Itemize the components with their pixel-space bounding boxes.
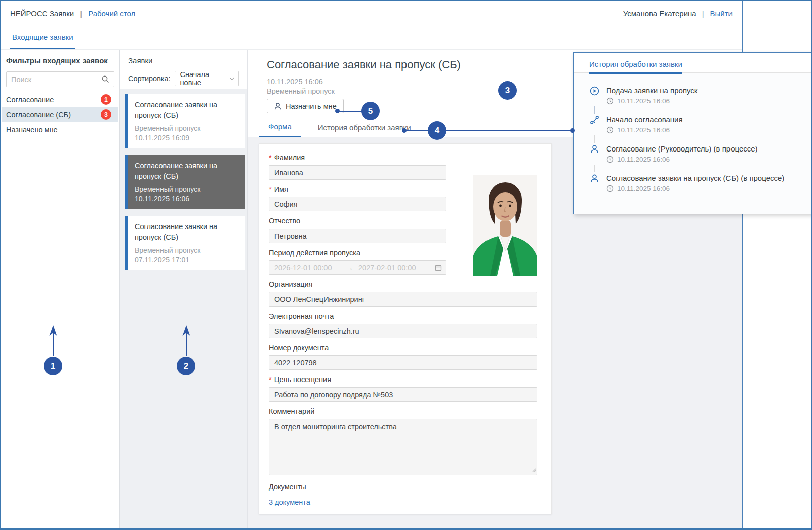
history-event: Подача заявки на пропуск 10.11.2025 16:0… [590,86,797,105]
email-field[interactable] [269,324,537,338]
request-card-date: 10.11.2025 16:09 [135,134,238,142]
search-input[interactable] [7,75,97,84]
person-icon [590,144,600,163]
tab-form[interactable]: Форма [259,117,301,137]
tab-incoming-requests[interactable]: Входящие заявки [10,26,75,49]
detail-tabs: Форма История обработки заявки [259,117,421,137]
callout-1: 1 [44,357,62,375]
request-card-title: Согласование заявки на пропуск (СБ) [135,161,238,182]
play-circle-icon [590,86,600,105]
comment-textarea[interactable]: В отдел мониторинга строительства [269,419,537,475]
pass-period-field[interactable]: 2026-12-01 00:00 → 2027-02-01 00:00 [269,260,446,275]
filters-sidebar: Фильтры входящих заявок Согласование 1 С… [1,50,120,528]
sort-select[interactable]: Сначала новые [175,71,239,86]
request-card-date: 10.11.2025 16:06 [135,195,238,203]
applicant-photo [473,175,537,276]
field-label-docnumber: Номер документа [269,343,542,353]
period-end: 2027-02-01 00:00 [358,264,416,272]
firstname-field[interactable] [269,197,446,211]
history-event-date: 10.11.2025 16:06 [617,97,670,105]
request-card[interactable]: Согласование заявки на пропуск (СБ) Врем… [125,94,245,148]
requests-column-header: Заявки Сортировка: Сначала новые [120,50,247,89]
lastname-field[interactable] [269,165,446,180]
history-panel-title: История обработки заявки [589,60,682,74]
filter-item-approval[interactable]: Согласование 1 [2,92,118,107]
request-card-type: Временный пропуск [135,124,238,132]
filter-label: Назначено мне [6,126,58,134]
callout-5-dot [335,109,340,113]
documents-link[interactable]: 3 документа [269,498,310,506]
request-card[interactable]: Согласование заявки на пропуск (СБ) Врем… [125,216,245,270]
clock-icon [606,126,614,134]
filters-title: Фильтры входящих заявок [1,56,119,65]
request-card-type: Временный пропуск [135,185,238,193]
field-label-comment: Комментарий [269,406,542,416]
requests-title: Заявки [128,56,239,65]
screenshot-frame: НЕЙРОСС Заявки | Рабочий стол Усманова Е… [0,0,812,530]
clock-icon [606,97,614,105]
history-panel: История обработки заявки Подача заявки н… [573,52,812,214]
filter-item-assigned-to-me[interactable]: Назначено мне [2,122,118,137]
tab-history[interactable]: История обработки заявки [308,117,421,137]
request-card-title: Согласование заявки на пропуск (СБ) [135,100,238,121]
header-separator-2: | [702,9,704,18]
sort-label: Сортировка: [128,74,171,83]
chevron-down-icon [229,77,234,81]
field-label-purpose: *Цель посещения [269,374,542,385]
assign-button-label: Назначить мне [286,102,337,110]
period-arrow: → [346,264,354,272]
visit-purpose-field[interactable] [269,387,537,402]
clock-icon [606,185,614,192]
timeline-connector [594,135,595,143]
history-event-date: 10.11.2025 16:06 [617,156,670,163]
history-event-date: 10.11.2025 16:06 [617,126,670,134]
user-name: Усманова Екатерина [623,9,696,18]
filter-item-approval-sb[interactable]: Согласование (СБ) 3 [2,107,118,122]
history-event: Согласование заявки на пропуск (СБ) (в п… [590,174,797,192]
request-card-date: 07.11.2025 17:01 [135,256,238,264]
middlename-field[interactable] [269,229,446,243]
history-timeline: Подача заявки на пропуск 10.11.2025 16:0… [574,73,812,192]
top-header-bar: НЕЙРОСС Заявки | Рабочий стол Усманова Е… [1,1,742,26]
count-badge: 3 [101,109,111,120]
search-box [6,71,114,87]
field-label-organization: Организация [269,279,542,289]
person-icon [274,102,282,110]
callout-3: 3 [498,81,517,100]
history-event: Согласование (Руководитель) (в процессе)… [590,144,797,163]
documents-label: Документы [269,482,542,492]
callout-4-dot-right [570,128,575,133]
callout-2: 2 [177,357,195,375]
top-tabs-row: Входящие заявки [1,26,742,50]
history-event: Начало согласования 10.11.2025 16:06 [590,115,797,134]
request-card-selected[interactable]: Согласование заявки на пропуск (СБ) Врем… [125,155,245,209]
form-card: *Фамилия *Имя Отчество Период действия п… [259,143,552,514]
callout-5-line [337,111,362,112]
callout-arrow-1 [48,325,59,357]
organization-field[interactable] [269,292,537,307]
requests-column: Заявки Сортировка: Сначала новые Согласо… [120,50,248,528]
history-event-title: Согласование заявки на пропуск (СБ) (в п… [606,174,784,182]
header-separator: | [80,9,82,18]
search-icon[interactable] [97,72,114,87]
callout-arrow-2 [181,325,192,357]
workflow-icon [590,115,600,134]
document-number-field[interactable] [269,355,537,370]
calendar-icon[interactable] [434,264,442,273]
callout-4-dot-left [402,128,407,133]
assign-to-me-button[interactable]: Назначить мне [267,99,344,113]
history-event-date: 10.11.2025 16:06 [617,185,670,192]
workspace-link[interactable]: Рабочий стол [88,9,135,18]
history-event-title: Согласование (Руководитель) (в процессе) [606,144,758,153]
sort-select-value: Сначала новые [180,70,229,87]
period-start: 2026-12-01 00:00 [274,264,332,272]
app-title: НЕЙРОСС Заявки [10,9,74,18]
filter-label: Согласование [6,96,54,104]
logout-link[interactable]: Выйти [710,9,733,18]
required-marker: * [269,375,272,384]
requests-list: Согласование заявки на пропуск (СБ) Врем… [120,89,247,270]
clock-icon [606,156,614,163]
request-card-title: Согласование заявки на пропуск (СБ) [135,221,238,243]
history-panel-header: История обработки заявки [574,53,812,73]
required-marker: * [269,154,272,162]
